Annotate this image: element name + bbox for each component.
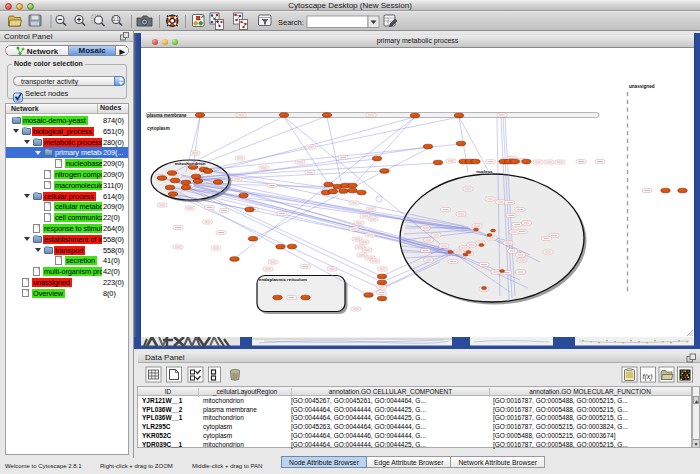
svg-text:nucleus: nucleus — [476, 169, 493, 174]
svg-text:endoplasmic reticulum: endoplasmic reticulum — [259, 277, 307, 282]
svg-text:unassigned: unassigned — [629, 84, 655, 89]
svg-text:cytoplasm: cytoplasm — [147, 126, 170, 131]
svg-text:Search:: Search: — [278, 18, 304, 27]
svg-text:mitochondrion: mitochondrion — [175, 161, 206, 166]
svg-text:plasma membrane: plasma membrane — [147, 113, 187, 118]
svg-text:f(x): f(x) — [643, 373, 653, 381]
svg-text:1:1: 1:1 — [113, 17, 120, 22]
